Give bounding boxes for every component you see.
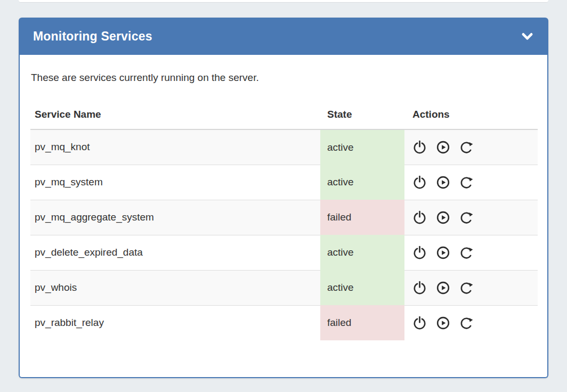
power-button[interactable] [412, 246, 427, 260]
service-actions-cell [404, 305, 538, 340]
panel-header[interactable]: Monitoring Services [19, 18, 548, 55]
power-icon [412, 281, 427, 295]
play-circle-icon [436, 140, 450, 154]
restart-button[interactable] [459, 316, 474, 330]
table-header-row: Service Name State Actions [30, 97, 538, 129]
power-button[interactable] [412, 210, 427, 225]
service-name-cell: pv_delete_expired_data [30, 235, 320, 270]
previous-panel-edge [19, 0, 548, 3]
restart-button[interactable] [459, 175, 474, 190]
play-circle-icon [436, 175, 450, 190]
service-name-cell: pv_mq_aggregate_system [30, 200, 320, 235]
table-row: pv_whoisactive [30, 270, 538, 305]
power-icon [412, 246, 427, 260]
refresh-icon [459, 246, 474, 260]
column-header-service-name: Service Name [30, 97, 320, 129]
service-actions-cell [404, 270, 538, 305]
power-button[interactable] [412, 281, 427, 295]
table-row: pv_delete_expired_dataactive [30, 235, 538, 270]
play-circle-icon [436, 281, 450, 295]
service-name-cell: pv_mq_knot [30, 129, 320, 165]
power-button[interactable] [412, 175, 427, 190]
play-circle-icon [436, 316, 450, 330]
table-row: pv_rabbit_relayfailed [30, 305, 538, 340]
service-actions-cell [404, 235, 538, 270]
service-name-cell: pv_mq_system [30, 165, 320, 200]
table-row: pv_mq_aggregate_systemfailed [30, 200, 538, 235]
start-button[interactable] [436, 210, 450, 225]
panel-description: These are services currently running on … [31, 72, 537, 84]
start-button[interactable] [436, 246, 450, 260]
restart-button[interactable] [459, 281, 474, 295]
service-state-badge: active [320, 129, 404, 165]
start-button[interactable] [436, 140, 450, 154]
collapse-button[interactable] [519, 28, 536, 45]
refresh-icon [459, 140, 474, 154]
panel-body: These are services currently running on … [19, 55, 548, 378]
service-state-badge: failed [320, 200, 404, 235]
refresh-icon [459, 210, 474, 225]
restart-button[interactable] [459, 210, 474, 225]
power-icon [412, 316, 427, 330]
restart-button[interactable] [459, 140, 474, 154]
service-name-cell: pv_whois [30, 270, 320, 305]
service-actions-cell [404, 129, 538, 165]
service-state-badge: active [320, 270, 404, 305]
service-actions-cell [404, 200, 538, 235]
services-table: Service Name State Actions pv_mq_knotact… [30, 97, 538, 340]
power-button[interactable] [412, 140, 427, 154]
service-state-badge: failed [320, 305, 404, 340]
power-icon [412, 140, 427, 154]
monitoring-services-panel: Monitoring Services These are services c… [19, 18, 548, 378]
chevron-down-icon [520, 29, 534, 44]
play-circle-icon [436, 246, 450, 260]
service-state-badge: active [320, 165, 404, 200]
service-state-badge: active [320, 235, 404, 270]
restart-button[interactable] [459, 246, 474, 260]
service-actions-cell [404, 165, 538, 200]
refresh-icon [459, 281, 474, 295]
table-row: pv_mq_knotactive [30, 129, 538, 165]
services-table-body: pv_mq_knotactivepv_mq_systemactivepv_mq_… [30, 129, 538, 340]
panel-title: Monitoring Services [33, 29, 152, 44]
power-icon [412, 210, 427, 225]
start-button[interactable] [436, 281, 450, 295]
column-header-actions: Actions [404, 97, 538, 129]
play-circle-icon [436, 210, 450, 225]
power-button[interactable] [412, 316, 427, 330]
column-header-state: State [320, 97, 404, 129]
refresh-icon [459, 316, 474, 330]
power-icon [412, 175, 427, 190]
service-name-cell: pv_rabbit_relay [30, 305, 320, 340]
start-button[interactable] [436, 175, 450, 190]
table-row: pv_mq_systemactive [30, 165, 538, 200]
refresh-icon [459, 175, 474, 190]
start-button[interactable] [436, 316, 450, 330]
